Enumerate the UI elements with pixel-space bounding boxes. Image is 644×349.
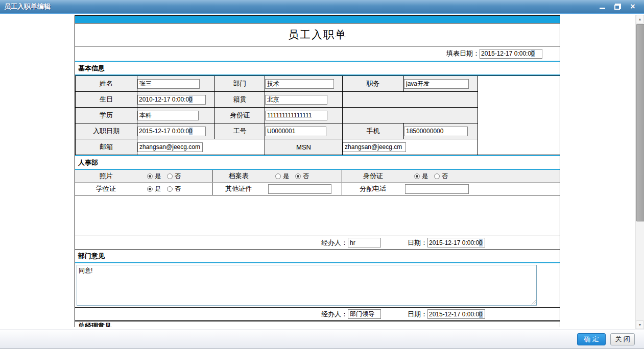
- email-label: 邮箱: [76, 139, 137, 155]
- minimize-button[interactable]: [598, 3, 606, 11]
- date-selection: 0: [479, 311, 483, 318]
- hr-date-input[interactable]: 2015-12-17 0:00:00: [427, 238, 485, 247]
- date-selection: 0: [479, 239, 483, 246]
- dept-input[interactable]: [265, 79, 334, 89]
- idcard-yes-radio[interactable]: [414, 173, 420, 179]
- name-label: 姓名: [76, 76, 137, 92]
- close-icon: ×: [630, 3, 635, 10]
- basic-empty-cell: [478, 76, 560, 155]
- hometown-label: 籍贯: [215, 92, 265, 108]
- date-selection: 0: [189, 96, 193, 103]
- dialog-footer: 确 定 关 闭: [0, 330, 644, 349]
- date-selection: 0: [189, 128, 193, 135]
- idcard-label: 身份证: [215, 108, 265, 123]
- othercert-label: 其他证件: [212, 183, 265, 195]
- idcard-input[interactable]: [265, 111, 327, 120]
- entry-form: 员工入职单 填表日期： 2015-12-17 0:00:00 基本信息 姓名 部…: [75, 15, 560, 327]
- hr-handler-input[interactable]: [348, 238, 381, 247]
- email-input[interactable]: [137, 142, 203, 152]
- archive-label: 档案表: [212, 170, 265, 183]
- scroll-down-button[interactable]: ▼: [636, 320, 644, 329]
- dept-date-input[interactable]: 2015-12-17 0:00:00: [427, 309, 485, 319]
- empty-cell: [343, 108, 478, 123]
- empno-input[interactable]: [265, 127, 326, 136]
- dept-handler-row: 经办人： 日期： 2015-12-17 0:00:00: [75, 307, 560, 321]
- hr-handler-row: 经办人： 日期： 2015-12-17 0:00:00: [75, 236, 560, 250]
- empno-label: 工号: [215, 123, 265, 139]
- fill-date-label: 填表日期：: [446, 49, 480, 58]
- archive-no-radio[interactable]: [295, 173, 301, 179]
- idcard-radio-group: 是否: [404, 172, 560, 181]
- window-titlebar: 员工入职单编辑 ×: [0, 0, 644, 14]
- window-title: 员工入职单编辑: [0, 2, 51, 11]
- restore-button[interactable]: [613, 3, 622, 11]
- degree-yes-radio[interactable]: [147, 186, 153, 192]
- mobile-input[interactable]: [404, 127, 468, 136]
- employee-entry-edit-window: 员工入职单编辑 × 员工入职单 填表日期： 2015-12-17 0:00:00…: [0, 0, 644, 349]
- othercert-input[interactable]: [268, 184, 331, 194]
- degree-no-radio[interactable]: [167, 186, 173, 192]
- table-row: 学位证 是否 其他证件 分配电话: [75, 183, 560, 195]
- dept-opinion-textarea[interactable]: 同意!: [77, 265, 537, 306]
- vertical-scrollbar[interactable]: ▲ ▼: [635, 15, 644, 329]
- photo-yes-radio[interactable]: [147, 173, 153, 179]
- msn-label: MSN: [265, 139, 343, 155]
- hiredate-label: 入职日期: [76, 123, 137, 139]
- photo-no-radio[interactable]: [167, 173, 173, 179]
- hometown-input[interactable]: [265, 95, 327, 105]
- dept-label: 部门: [215, 76, 265, 92]
- table-row: 照片 是否 档案表 是否 身份证 是否: [75, 170, 560, 183]
- phone-assign-input[interactable]: [405, 184, 469, 194]
- dept-handler-label: 经办人：: [321, 310, 348, 319]
- empty-cell: [343, 92, 478, 108]
- hiredate-input[interactable]: 2015-12-17 0:00:00: [137, 127, 206, 136]
- mobile-label: 手机: [343, 123, 404, 139]
- photo-label: 照片: [75, 170, 137, 183]
- scrollbar-thumb[interactable]: [636, 24, 644, 221]
- basic-info-table: 姓名 部门 职务 生日 2010-12-17 0:00:00 籍贯 学历: [75, 76, 560, 155]
- position-input[interactable]: [404, 79, 469, 89]
- hr-check-table: 照片 是否 档案表 是否 身份证 是否 学位证 是否 其他证件 分配电话: [75, 170, 560, 195]
- idcard-no-radio[interactable]: [434, 173, 440, 179]
- birthday-input[interactable]: 2010-12-17 0:00:00: [137, 95, 206, 105]
- msn-input[interactable]: [343, 142, 406, 152]
- degree-radio-group: 是否: [137, 185, 212, 193]
- scroll-up-button[interactable]: ▲: [636, 15, 644, 23]
- close-dialog-button[interactable]: 关 闭: [610, 333, 635, 345]
- hr-date-label: 日期：: [408, 238, 427, 247]
- fill-date-row: 填表日期： 2015-12-17 0:00:00: [75, 46, 560, 62]
- dialog-content: 员工入职单 填表日期： 2015-12-17 0:00:00 基本信息 姓名 部…: [0, 14, 644, 329]
- birthday-label: 生日: [76, 92, 137, 108]
- photo-radio-group: 是否: [137, 172, 212, 181]
- phone-assign-label: 分配电话: [342, 183, 404, 195]
- close-button[interactable]: ×: [629, 3, 637, 11]
- section-basic-info: 基本信息: [75, 62, 560, 76]
- hr-handler-label: 经办人：: [321, 238, 348, 247]
- scroll-up-icon: ▲: [638, 17, 642, 21]
- dept-date-label: 日期：: [408, 310, 427, 319]
- position-label: 职务: [343, 76, 404, 92]
- archive-radio-group: 是否: [265, 172, 342, 181]
- name-input[interactable]: [137, 79, 200, 89]
- hr-idcard-label: 身份证: [342, 170, 404, 183]
- section-hr-dept: 人事部: [75, 155, 560, 170]
- dept-opinion-row: 同意!: [75, 263, 560, 307]
- section-gm-opinion: 总经理意见: [75, 321, 560, 327]
- fill-date-input[interactable]: 2015-12-17 0:00:00: [480, 49, 542, 59]
- education-input[interactable]: [137, 111, 199, 120]
- degree-label: 学位证: [75, 183, 137, 195]
- dept-handler-input[interactable]: [348, 309, 381, 319]
- form-title: 员工入职单: [75, 23, 560, 46]
- ok-button[interactable]: 确 定: [577, 333, 606, 345]
- hr-notes-area: [75, 195, 560, 236]
- archive-yes-radio[interactable]: [275, 173, 281, 179]
- date-selection: 0: [531, 50, 535, 57]
- scroll-down-icon: ▼: [638, 323, 642, 327]
- window-controls: ×: [598, 3, 644, 11]
- restore-icon: [614, 4, 621, 10]
- table-row: 姓名 部门 职务: [76, 76, 560, 92]
- section-dept-opinion: 部门意见: [75, 250, 560, 263]
- form-top-bar: [75, 16, 560, 23]
- minimize-icon: [600, 8, 605, 9]
- education-label: 学历: [76, 108, 137, 123]
